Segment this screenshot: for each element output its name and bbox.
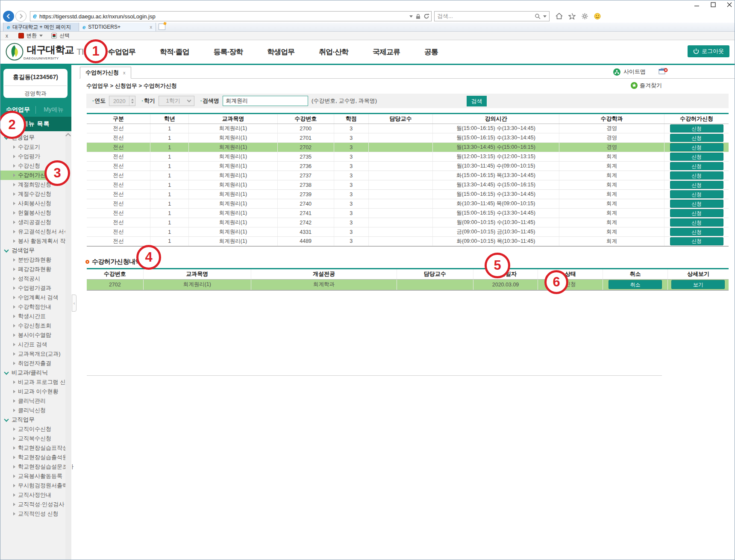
nav-item[interactable]: 학생업무 [267,47,294,57]
search-dropdown-icon[interactable] [543,15,547,18]
spin-up-icon[interactable] [131,99,134,100]
apply-button[interactable]: 신청 [670,190,723,198]
convert-button[interactable]: 변환 [26,32,37,39]
select-button[interactable]: 선택 [59,32,70,39]
apply-button[interactable]: 신청 [670,228,723,236]
sidebar-item[interactable]: 무시험검정원서출력 [0,481,65,490]
convert-dropdown-icon[interactable] [39,35,43,37]
sidebar-item[interactable]: 헌혈봉사신청 [0,208,65,218]
sidebar-item[interactable]: 취업전자출결 [0,359,65,368]
semester-select[interactable]: 1학기 [159,96,194,106]
sidebar-item[interactable]: 학교현장실습설문조사 [0,462,65,472]
sidebar-item[interactable]: 계절수강신청 [0,189,65,199]
nav-item[interactable]: 공통 [424,47,438,57]
sidebar-item[interactable]: 성적공시 [0,274,65,283]
refresh-icon[interactable] [423,13,429,19]
page-tab-close-icon[interactable]: x [123,70,126,75]
sidebar-item[interactable]: 교직적성·인성검사 [0,500,65,509]
browser-tab-stdtigers[interactable]: e STDTIGERS+ x [79,23,156,31]
apply-button[interactable]: 신청 [670,218,723,227]
minimize-button[interactable] [694,2,700,7]
sidebar-item[interactable]: 교직적인성 신청 [0,509,65,519]
sidebar-item[interactable]: 학교현장실습표작성 [0,443,65,453]
apply-button[interactable]: 신청 [670,143,723,151]
new-tab-button[interactable] [159,24,165,30]
nav-item[interactable]: 취업·산학 [319,47,348,57]
sidebar-scrollbar[interactable] [65,131,71,560]
cancel-button[interactable]: 취소 [609,280,662,289]
toolbar-close[interactable]: x [6,33,8,39]
apply-button[interactable]: 신청 [670,181,723,189]
apply-button[interactable]: 신청 [670,200,723,208]
apply-button[interactable]: 신청 [670,162,723,170]
sidebar-collapse-handle[interactable]: ‹ [72,295,76,312]
sidebar-tab-my[interactable]: My메뉴 [36,106,71,114]
apply-button[interactable]: 신청 [670,134,723,142]
sidebar-item[interactable]: 교육봉사활동등록 [0,472,65,481]
apply-button[interactable]: 신청 [670,209,723,217]
sidebar-item[interactable]: 비교과 이수현황 [0,387,65,396]
home-icon[interactable] [556,13,563,20]
search-icon[interactable] [535,13,541,19]
forward-button[interactable] [15,11,26,22]
apply-button[interactable]: 신청 [670,153,723,161]
year-spinner[interactable]: 2020 [109,96,135,106]
nav-item[interactable]: 등록·장학 [214,47,243,57]
smiley-icon[interactable] [594,13,601,20]
sidebar-item[interactable]: 수강신청조회 [0,321,65,330]
maximize-button[interactable] [711,2,716,7]
sidebar-item[interactable]: 수업계획서 검색 [0,293,65,302]
sidebar-item[interactable]: 교직사정안내 [0,490,65,500]
nav-item[interactable]: 국제교류 [373,47,400,57]
search-button[interactable]: 검색 [467,96,487,106]
sitemap-link[interactable]: 사이트맵 [613,68,646,76]
browser-search-box[interactable]: 검색... [434,11,550,21]
browser-tab-main-page[interactable]: e 대구대학교 + 메인 페이지 [3,23,79,31]
sidebar-item[interactable]: 클리닉관리 [0,396,65,406]
tab-close-icon[interactable]: x [150,24,153,29]
back-button[interactable] [3,11,14,22]
sidebar-item[interactable]: 생리공결신청 [0,218,65,227]
sidebar-item[interactable]: 검색업무 [0,246,65,255]
course-search-input[interactable] [223,96,308,106]
sidebar-item[interactable]: 수강포기 [0,142,65,152]
sidebar-item[interactable]: 분반강좌현황 [0,255,65,265]
view-button[interactable]: 보기 [671,280,725,289]
annotation-circle-4: 4 [136,245,161,270]
sidebar-item[interactable]: 수강학점안내 [0,302,65,312]
apply-button[interactable]: 신청 [670,237,723,245]
favorites-star-icon[interactable] [568,13,576,20]
apply-button[interactable]: 신청 [670,124,723,133]
sidebar-item[interactable]: 봉사 활동계획서 작성 [0,236,65,246]
url-field[interactable]: e https://tigersstd.daegu.ac.kr/nxrun/ss… [30,11,432,21]
nav-item[interactable]: 수업업무 [108,47,135,57]
sidebar-item[interactable]: 수업평가결과 [0,283,65,293]
cell: 3 [334,190,368,199]
logout-button[interactable]: 로그아웃 [688,45,729,57]
page-tab[interactable]: 수업허가신청 x [80,67,131,79]
sidebar-item[interactable]: 클리닉신청 [0,406,65,415]
sidebar-item[interactable]: 교직업무 [0,415,65,424]
settings-gear-icon[interactable] [581,13,588,20]
sidebar-item[interactable]: 시간표 검색 [0,340,65,349]
sidebar-item[interactable]: 수업평가 [0,152,65,161]
close-button[interactable] [727,2,732,7]
spin-down-icon[interactable] [131,102,134,103]
sidebar-item[interactable]: 유고결석신청서 서식 [0,227,65,236]
sidebar-item[interactable]: 비교과 프로그램 신청 [0,377,65,387]
sidebar-item[interactable]: 교과목개요(교과) [0,349,65,359]
sidebar-item[interactable]: 교직이수신청 [0,424,65,434]
sidebar-item[interactable]: 교직복수신청 [0,434,65,443]
favorite-link[interactable]: 즐겨찾기 [631,82,662,89]
sidebar-item[interactable]: 폐강강좌현황 [0,265,65,274]
nav-item[interactable]: 학적·졸업 [160,47,189,57]
scroll-up-icon[interactable] [65,133,71,139]
sidebar-item[interactable]: 학교현장실습출석원 [0,453,65,462]
sidebar-item[interactable]: 사회봉사신청 [0,199,65,208]
sidebar-item[interactable]: 학생시간표 [0,312,65,321]
url-dropdown-icon[interactable] [409,15,413,18]
sidebar-item[interactable]: 봉사이수열람 [0,330,65,340]
sidebar-item[interactable]: 비교과/클리닉 [0,368,65,377]
apply-button[interactable]: 신청 [670,171,723,180]
window-close-all-icon[interactable] [659,68,668,75]
